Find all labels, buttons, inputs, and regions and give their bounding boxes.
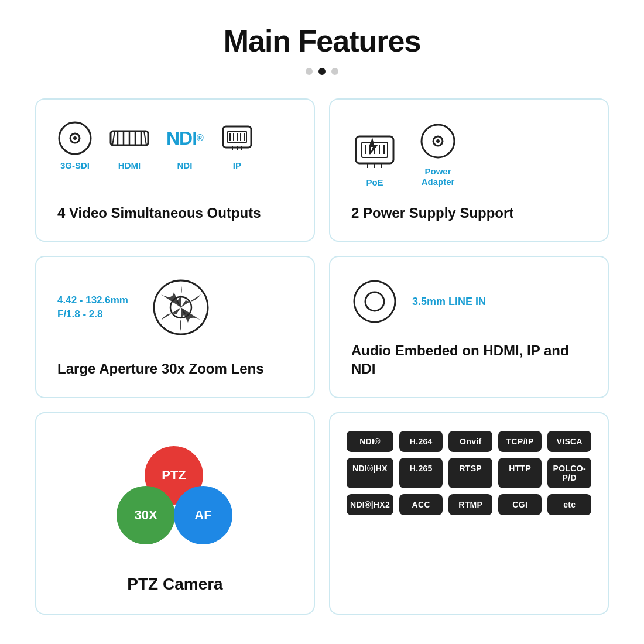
proto-tcpip: TCP/IP — [498, 431, 542, 452]
proto-rtsp: RTSP — [448, 458, 492, 488]
icon-hdmi: HDMI — [109, 121, 150, 170]
power-adapter-icon — [415, 121, 461, 162]
ptz-circles: PTZ 30X AF — [111, 446, 239, 551]
proto-h265: H.265 — [399, 458, 443, 488]
circle-30x: 30X — [117, 486, 175, 544]
icon-ip: IP — [220, 121, 255, 170]
svg-point-34 — [354, 281, 395, 322]
proto-ndi: NDI® — [347, 431, 393, 452]
icon-poe: PoE — [351, 132, 398, 187]
dot-3[interactable] — [331, 68, 338, 75]
proto-etc: etc — [547, 494, 591, 515]
hdmi-label: HDMI — [118, 160, 141, 170]
aperture-icon — [152, 278, 210, 337]
svg-point-31 — [436, 139, 440, 143]
ndi-text-icon: NDI® — [166, 121, 203, 156]
audio-icons: 3.5mm LINE IN — [351, 278, 587, 325]
power-adapter-label: PowerAdapter — [422, 166, 455, 187]
power-icons: PoE PowerAdapter — [351, 121, 587, 187]
ptz-title: PTZ Camera — [57, 574, 293, 595]
audio-title: Audio Embeded on HDMI, IP and NDI — [351, 341, 587, 378]
ptz-icons: PTZ 30X AF — [57, 434, 293, 557]
proto-rtmp: RTMP — [448, 494, 492, 515]
proto-ndihx: NDI®|HX — [347, 458, 393, 488]
page-title: Main Features — [35, 23, 609, 59]
lens-specs: 4.42 - 132.6mm F/1.8 - 2.8 — [57, 294, 128, 320]
icon-3g-sdi: 3G-SDI — [57, 121, 93, 170]
ip-icon — [220, 121, 255, 156]
ip-label: IP — [233, 160, 241, 170]
icon-ndi: NDI® NDI — [166, 121, 203, 170]
sdi-icon — [57, 121, 93, 156]
icon-power-adapter: PowerAdapter — [415, 121, 461, 187]
audio-jack-icon — [351, 278, 398, 325]
svg-point-2 — [73, 136, 77, 140]
proto-polco: POLCO-P/D — [547, 458, 591, 488]
lens-icons: 4.42 - 132.6mm F/1.8 - 2.8 — [57, 278, 293, 337]
focal-range: 4.42 - 132.6mm — [57, 294, 128, 306]
hdmi-icon — [109, 121, 150, 156]
card-protocols: NDI® H.264 Onvif TCP/IP VISCA NDI®|HX H.… — [329, 412, 609, 615]
features-grid: 3G-SDI HDMI — [35, 98, 609, 615]
sdi-label: 3G-SDI — [60, 160, 90, 170]
poe-icon — [351, 132, 398, 173]
video-outputs-title: 4 Video Simultaneous Outputs — [57, 204, 293, 222]
proto-onvif: Onvif — [448, 431, 492, 452]
card-audio: 3.5mm LINE IN Audio Embeded on HDMI, IP … — [329, 256, 609, 398]
proto-visca: VISCA — [547, 431, 591, 452]
svg-point-35 — [365, 292, 384, 311]
zoom-lens-title: Large Aperture 30x Zoom Lens — [57, 359, 293, 378]
proto-h264: H.264 — [399, 431, 443, 452]
ndi-label: NDI — [177, 160, 193, 170]
card-zoom-lens: 4.42 - 132.6mm F/1.8 - 2.8 Large Apertur… — [35, 256, 315, 398]
poe-label: PoE — [366, 177, 383, 187]
card-ptz-camera: PTZ 30X AF PTZ Camera — [35, 412, 315, 615]
card-video-outputs: 3G-SDI HDMI — [35, 98, 315, 242]
proto-cgi: CGI — [498, 494, 542, 515]
main-page: Main Features 3G-SDI — [0, 0, 644, 644]
power-supply-title: 2 Power Supply Support — [351, 204, 587, 222]
card-power-supply: PoE PowerAdapter 2 Power Supply Support — [329, 98, 609, 242]
proto-ndihx2: NDI®|HX2 — [347, 494, 393, 515]
audio-label: 3.5mm LINE IN — [412, 296, 486, 308]
proto-acc: ACC — [399, 494, 443, 515]
aperture: F/1.8 - 2.8 — [57, 309, 128, 320]
dot-2[interactable] — [318, 68, 326, 75]
carousel-dots — [35, 68, 609, 75]
proto-http: HTTP — [498, 458, 542, 488]
circle-af: AF — [174, 486, 232, 544]
dot-1[interactable] — [306, 68, 313, 75]
protocols-grid: NDI® H.264 Onvif TCP/IP VISCA NDI®|HX H.… — [347, 431, 591, 515]
video-icons: 3G-SDI HDMI — [57, 121, 293, 170]
